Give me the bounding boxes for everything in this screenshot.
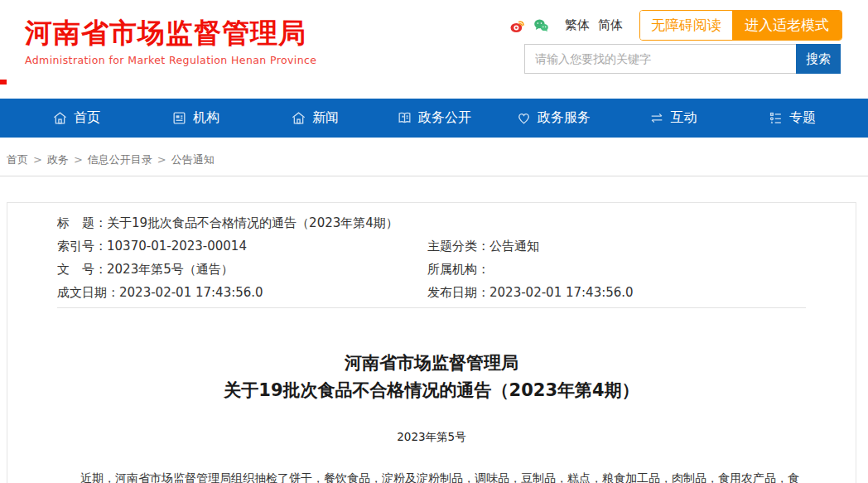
meta-publish-date-label: 发布日期：: [427, 285, 489, 300]
breadcrumb-info-catalog[interactable]: 信息公开目录: [88, 153, 152, 166]
weibo-icon[interactable]: [509, 17, 526, 34]
site-subtitle: Administration for Market Regulation Hen…: [25, 54, 316, 66]
header-divider: [0, 176, 868, 176]
nav-item-organization[interactable]: 机构: [136, 109, 255, 127]
nav-item-interaction[interactable]: 互动: [613, 109, 732, 127]
meta-row-dates: 成文日期：2023-02-01 17:43:56.0 发布日期：2023-02-…: [57, 281, 806, 304]
meta-written-date-label: 成文日期：: [57, 285, 119, 300]
home-icon: [52, 110, 68, 126]
meta-index-label: 索引号：: [57, 239, 107, 254]
nav-item-label: 政务服务: [538, 109, 591, 127]
breadcrumb-separator: >: [74, 153, 83, 166]
lang-simplified-link[interactable]: 简体: [598, 17, 623, 33]
lang-traditional-link[interactable]: 繁体: [565, 17, 590, 33]
article-title-line2: 关于19批次食品不合格情况的通告（2023年第4期）: [7, 377, 856, 404]
article: 河南省市场监督管理局 关于19批次食品不合格情况的通告（2023年第4期） 20…: [7, 350, 856, 483]
nav-item-news[interactable]: 新闻: [255, 109, 374, 127]
nav-item-home[interactable]: 首页: [17, 109, 136, 127]
meta-category-label: 主题分类：: [427, 239, 489, 254]
nav-item-gov-disclosure[interactable]: 政务公开: [374, 109, 494, 127]
article-doc-number: 2023年第5号: [7, 430, 856, 445]
interaction-icon: [649, 110, 665, 126]
breadcrumb-gov[interactable]: 政务: [47, 153, 69, 166]
accessibility-reading-button[interactable]: 无障碍阅读: [640, 11, 732, 40]
meta-row-title: 标 题：关于19批次食品不合格情况的通告（2023年第4期）: [57, 211, 806, 234]
site-title: 河南省市场监督管理局: [25, 17, 316, 50]
meta-written-date-value: 2023-02-01 17:43:56.0: [119, 285, 263, 300]
header-utility-bar: 繁体 简体 无障碍阅读 进入适老模式: [509, 10, 842, 41]
topics-icon: [768, 110, 784, 126]
nav-item-label: 专题: [789, 109, 816, 127]
gov-disclosure-icon: [397, 110, 412, 126]
meta-index-value: 10370-01-2023-00014: [107, 239, 247, 254]
site-logo[interactable]: 河南省市场监督管理局 Administration for Market Reg…: [25, 17, 316, 66]
meta-docno-value: 2023年第5号（通告）: [107, 262, 234, 277]
nav-item-label: 政务公开: [418, 109, 471, 127]
meta-title-value: 关于19批次食品不合格情况的通告（2023年第4期）: [107, 215, 398, 230]
meta-org-label: 所属机构：: [427, 262, 489, 277]
article-title-line1: 河南省市场监督管理局: [7, 350, 856, 377]
search-bar: 搜索: [524, 44, 841, 74]
meta-publish-date-value: 2023-02-01 17:43:56.0: [489, 285, 634, 300]
meta-title-label: 标 题：: [57, 215, 107, 230]
meta-divider: [57, 307, 806, 308]
page: 河南省市场监督管理局 Administration for Market Reg…: [0, 0, 868, 483]
breadcrumb-separator: >: [33, 153, 42, 166]
nav-item-label: 新闻: [312, 109, 339, 127]
meta-row-docno: 文 号：2023年第5号（通告） 所属机构：: [57, 258, 806, 281]
search-input[interactable]: [524, 44, 796, 74]
wechat-icon[interactable]: [533, 17, 550, 34]
article-paragraph: 近期，河南省市场监督管理局组织抽检了饼干，餐饮食品，淀粉及淀粉制品，调味品，豆制…: [7, 468, 856, 483]
nav-item-label: 互动: [671, 109, 697, 127]
nav-item-label: 首页: [74, 109, 100, 127]
organization-icon: [171, 110, 187, 126]
gov-service-icon: [516, 110, 532, 126]
mode-buttons-group: 无障碍阅读 进入适老模式: [639, 10, 842, 41]
document-meta-table: 标 题：关于19批次食品不合格情况的通告（2023年第4期） 索引号：10370…: [57, 211, 806, 304]
elder-mode-button[interactable]: 进入适老模式: [732, 11, 841, 40]
breadcrumb: 首页>政务>信息公开目录>公告通知: [7, 152, 215, 167]
news-icon: [291, 110, 306, 126]
meta-category-value: 公告通知: [489, 239, 539, 254]
document-panel: 标 题：关于19批次食品不合格情况的通告（2023年第4期） 索引号：10370…: [7, 202, 856, 483]
meta-row-index: 索引号：10370-01-2023-00014 主题分类：公告通知: [57, 234, 806, 258]
breadcrumb-home[interactable]: 首页: [7, 153, 28, 166]
breadcrumb-notices[interactable]: 公告通知: [171, 153, 215, 166]
nav-item-gov-service[interactable]: 政务服务: [494, 109, 613, 127]
search-button[interactable]: 搜索: [796, 44, 841, 74]
nav-item-label: 机构: [193, 109, 219, 127]
main-nav: 首页 机构 新闻: [0, 99, 868, 138]
nav-item-topics[interactable]: 专题: [732, 109, 851, 127]
meta-docno-label: 文 号：: [57, 262, 107, 277]
breadcrumb-separator: >: [157, 153, 166, 166]
red-mark-decoration: [0, 80, 7, 85]
